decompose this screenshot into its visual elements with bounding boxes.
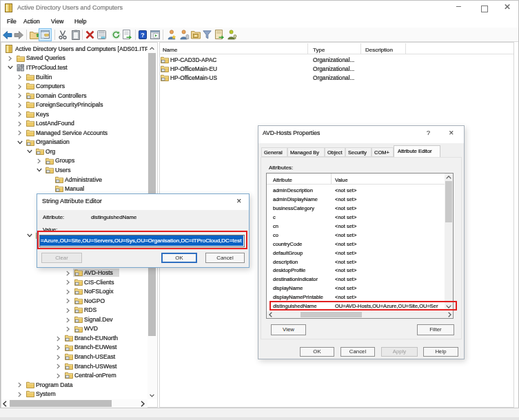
svg-text:?: ?	[141, 32, 145, 39]
